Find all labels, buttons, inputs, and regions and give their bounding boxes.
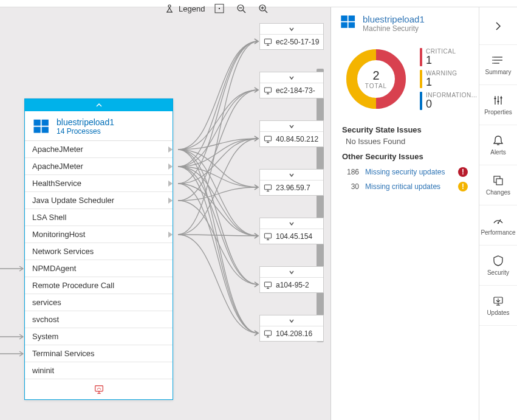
process-item[interactable]: MonitoringHost: [25, 226, 173, 243]
machine-header[interactable]: bluestripeload1 14 Processes: [25, 111, 173, 140]
target-node[interactable]: 104.208.16: [259, 315, 324, 342]
donut-total: 2: [372, 69, 379, 83]
legend-color: [420, 48, 422, 66]
target-node[interactable]: a104-95-2: [259, 266, 324, 293]
rail-label: Summary: [485, 69, 512, 75]
legend-row: WARNING 1: [420, 70, 478, 88]
svg-rect-41: [341, 22, 348, 28]
properties-icon: [492, 94, 504, 106]
svg-rect-13: [34, 127, 41, 133]
scrollbar[interactable]: [317, 69, 324, 342]
issue-text: Missing security updates: [365, 168, 452, 176]
target-node[interactable]: 23.96.59.7: [259, 169, 324, 196]
target-node[interactable]: ec2-50-17-19: [259, 23, 324, 50]
expand-panel-button[interactable]: [479, 7, 517, 45]
rail-item-properties[interactable]: Properties: [479, 85, 517, 125]
rail-item-changes[interactable]: Changes: [479, 165, 517, 205]
issue-row[interactable]: 186 Missing security updates !: [342, 165, 468, 179]
rail-label: Updates: [487, 309, 509, 316]
legend-label: INFORMATION...: [426, 92, 478, 98]
legend-icon: [164, 3, 175, 14]
process-item[interactable]: Java Update Scheduler: [25, 192, 173, 209]
svg-point-49: [493, 63, 494, 64]
process-item[interactable]: LSA Shell: [25, 209, 173, 226]
svg-rect-53: [495, 98, 496, 99]
rail-item-performance[interactable]: Performance: [479, 205, 517, 246]
svg-rect-55: [501, 97, 502, 98]
state-issues-title: Security State Issues: [342, 125, 468, 134]
svg-rect-27: [264, 185, 271, 190]
process-item[interactable]: System: [25, 328, 173, 345]
rail-item-updates[interactable]: Updates: [479, 286, 517, 326]
target-node[interactable]: 40.84.50.212: [259, 120, 324, 147]
issue-count: 30: [342, 182, 359, 191]
target-label: ec2-50-17-19: [276, 38, 319, 46]
svg-rect-12: [42, 120, 49, 126]
process-item[interactable]: services: [25, 294, 173, 311]
zoom-out-button[interactable]: [234, 1, 248, 16]
legend-value: 0: [426, 98, 478, 109]
legend-value: 1: [426, 55, 456, 66]
process-item[interactable]: ApacheJMeter: [25, 158, 173, 175]
alerts-icon: [492, 134, 504, 146]
rail-label: Changes: [486, 189, 510, 196]
severity-badge: !: [458, 182, 468, 191]
svg-line-8: [265, 10, 267, 13]
monitor-icon: [264, 232, 272, 241]
legend-value: 1: [426, 77, 457, 88]
expand-toggle[interactable]: [260, 218, 323, 229]
machine-card: bluestripeload1 14 Processes ApacheJMete…: [24, 98, 173, 400]
collapse-toggle[interactable]: [25, 99, 173, 111]
expand-toggle[interactable]: [260, 170, 323, 181]
monitor-icon: [264, 184, 272, 192]
target-label: a104-95-2: [276, 281, 309, 289]
svg-rect-39: [341, 16, 348, 21]
process-item[interactable]: NPMDAgent: [25, 260, 173, 277]
svg-point-48: [493, 60, 494, 61]
svg-rect-15: [95, 385, 103, 391]
monitor-icon: [264, 329, 272, 338]
target-label: 104.45.154: [276, 232, 312, 241]
legend-color: [420, 92, 422, 110]
legend-button[interactable]: Legend: [164, 3, 205, 14]
monitor-icon: [264, 86, 272, 95]
rail-item-alerts[interactable]: Alerts: [479, 125, 517, 165]
windows-icon: [340, 13, 357, 33]
details-panel: bluestripeload1 Machine Security 2 TOTAL…: [330, 7, 479, 420]
svg-rect-11: [34, 120, 41, 126]
legend-row: CRITICAL 1: [420, 48, 478, 66]
severity-badge: !: [458, 167, 468, 177]
legend-row: INFORMATION... 0: [420, 92, 478, 110]
expand-toggle[interactable]: [260, 72, 323, 83]
rail-label: Properties: [484, 109, 512, 115]
svg-rect-36: [264, 331, 271, 336]
rail-item-summary[interactable]: Summary: [479, 45, 517, 85]
rail-label: Security: [487, 269, 509, 276]
expand-toggle[interactable]: [260, 315, 323, 326]
expand-toggle[interactable]: [260, 267, 323, 278]
process-item[interactable]: svchost: [25, 311, 173, 328]
side-rail: SummaryPropertiesAlertsChangesPerformanc…: [479, 7, 517, 420]
process-item[interactable]: Network Services: [25, 243, 173, 260]
process-item[interactable]: wininit: [25, 362, 173, 379]
zoom-in-button[interactable]: [256, 1, 270, 16]
svg-rect-24: [264, 136, 271, 141]
target-node[interactable]: 104.45.154: [259, 218, 324, 244]
changes-icon: [492, 174, 504, 187]
process-item[interactable]: Remote Procedure Call: [25, 277, 173, 294]
legend-label: Legend: [179, 4, 205, 13]
process-item[interactable]: HealthService: [25, 175, 173, 192]
expand-toggle[interactable]: [260, 121, 323, 132]
machine-subtitle: 14 Processes: [56, 127, 114, 136]
fit-button[interactable]: [212, 1, 227, 16]
monitor-icon: [264, 135, 272, 143]
issue-row[interactable]: 30 Missing critical updates !: [342, 179, 468, 194]
process-item[interactable]: ApacheJMeter: [25, 141, 173, 158]
process-item[interactable]: Terminal Services: [25, 345, 173, 362]
rail-item-security[interactable]: Security: [479, 246, 517, 286]
target-node[interactable]: ec2-184-73-: [259, 72, 324, 98]
card-footer-icon[interactable]: [25, 379, 173, 399]
state-issues-text: No Issues Found: [342, 137, 468, 146]
svg-rect-58: [496, 179, 502, 185]
expand-toggle[interactable]: [260, 24, 323, 35]
